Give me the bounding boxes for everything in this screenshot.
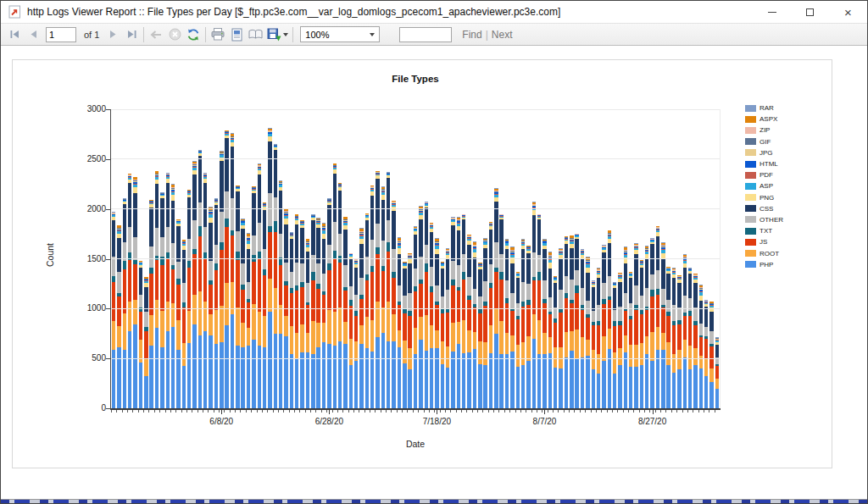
page-number-input[interactable] [46,27,76,42]
bar-segment-ROOT [252,304,255,340]
bar-segment-JS [198,236,202,291]
bar-segment-ROOT [155,300,159,328]
gridline [111,109,720,110]
first-page-button[interactable] [5,25,24,44]
bar-segment-OTHER [241,263,244,284]
bar-segment-TXT [123,261,126,269]
bar-segment-CSS [683,268,687,295]
bar-segment-PHP [704,376,708,408]
legend-swatch [745,138,756,145]
bar-segment-ROOT [117,326,120,347]
page-setup-button[interactable] [246,25,264,44]
bar-segment-ROOT [166,302,170,332]
stacked-bar [192,161,196,408]
legend-item-PNG: PNG [745,192,783,203]
bar-segment-JS [392,278,395,315]
bar-segment-TXT [575,285,578,292]
stacked-bar [704,300,708,408]
stacked-bar [699,285,703,408]
bar-segment-ROOT [198,291,202,335]
y-axis-tick-label: 500 [69,353,106,363]
y-axis-tick [106,308,111,309]
legend-item-ZIP: ZIP [745,125,783,136]
bar-segment-PHP [467,352,470,408]
stacked-bar [666,267,670,408]
next-link[interactable]: Next [492,29,513,41]
bar-segment-PHP [559,368,562,408]
minimize-button[interactable] [753,1,791,23]
cancel-button[interactable] [165,25,184,44]
legend-swatch [745,172,756,179]
stacked-bar [608,230,611,408]
maximize-button[interactable] [791,1,829,23]
bar-segment-OTHER [359,278,363,295]
bar-segment-JS [451,285,454,324]
bar-segment-OTHER [699,324,703,335]
last-page-button[interactable] [122,25,141,44]
bar-segment-PHP [462,353,465,408]
bar-segment-ROOT [149,315,153,346]
legend-label: PHP [760,261,773,269]
bar-segment-OTHER [220,212,223,242]
stacked-bar [403,262,406,408]
bar-segment-OTHER [236,231,239,252]
bar-segment-JS [144,331,147,358]
legend-label: PNG [760,194,774,202]
bar-segment-CSS [322,239,326,274]
bar-segment-OTHER [634,285,637,304]
bar-segment-JS [376,254,379,302]
bar-segment-ROOT [693,348,697,365]
bar-segment-CSS [425,208,428,245]
y-axis-tick-label: 1000 [69,303,106,313]
bar-segment-ROOT [581,337,584,357]
bar-segment-OTHER [149,246,153,268]
bar-segment-ROOT [640,343,643,365]
bar-segment-OTHER [333,222,337,251]
bar-segment-ROOT [414,328,417,355]
bar-segment-PHP [316,347,320,408]
bar-segment-JS [624,311,627,335]
legend-swatch [745,205,756,212]
bar-segment-CSS [117,238,120,271]
legend-swatch [745,216,756,223]
bar-segment-PHP [403,363,406,408]
next-page-button[interactable] [103,25,122,44]
bar-segment-ROOT [231,282,234,314]
y-axis-tick-label: 1500 [69,254,106,263]
bar-segment-PHP [203,331,207,408]
bar-segment-OTHER [349,286,353,300]
bar-segment-JS [608,300,611,329]
legend-item-JPG: JPG [745,147,783,158]
stacked-bar [489,222,492,408]
title-bar[interactable]: http Logs Viewer Report :: File Types pe… [1,1,867,24]
bar-segment-PHP [677,369,681,408]
bar-segment-JS [554,323,557,347]
back-button[interactable] [147,25,165,44]
bar-segment-OTHER [624,293,627,308]
bar-segment-ROOT [629,345,632,366]
bar-segment-CSS [123,204,126,242]
stacked-bar [478,263,481,408]
stacked-bar [640,260,643,408]
refresh-button[interactable] [184,25,203,44]
print-button[interactable] [209,25,227,44]
bar-segment-CSS [570,248,573,280]
bar-segment-TXT [311,272,314,280]
print-layout-button[interactable] [227,25,246,44]
bar-segment-OTHER [381,241,385,267]
bar-segment-CSS [602,252,605,283]
bar-segment-JS [258,259,261,312]
export-button[interactable] [264,25,290,44]
previous-page-button[interactable] [24,25,42,44]
search-input[interactable] [399,27,452,42]
bar-segment-CSS [306,252,309,282]
close-button[interactable]: × [829,1,867,23]
bar-segment-ROOT [441,341,444,364]
zoom-select[interactable]: 100% [300,26,380,42]
bar-segment-PHP [408,369,411,408]
bar-segment-ROOT [311,321,314,354]
bar-segment-OTHER [489,264,492,283]
bar-segment-JS [327,270,331,310]
find-link[interactable]: Find [462,29,481,41]
bar-segment-ROOT [618,348,621,365]
